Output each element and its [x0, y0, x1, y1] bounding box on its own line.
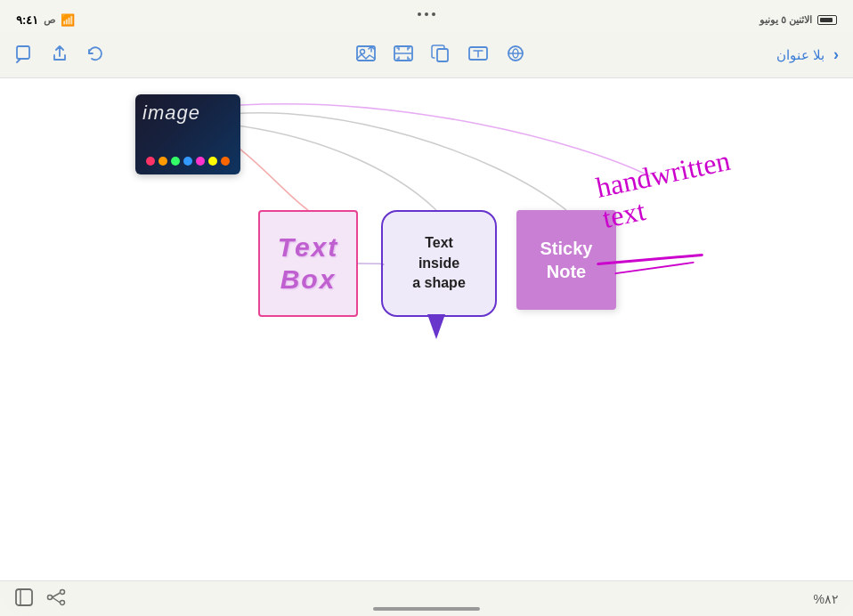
canvas: image Text Box Text inside a shape — [0, 78, 853, 580]
status-dots — [418, 12, 435, 16]
chevron-icon[interactable]: › — [833, 45, 839, 64]
bottom-left — [14, 588, 66, 611]
toolbar: بلا عنوان › — [0, 32, 853, 78]
handwritten-text: handwritten text — [593, 145, 739, 235]
image-text-label: image — [142, 101, 200, 125]
text-box-element[interactable]: Text Box — [258, 210, 358, 317]
history-button[interactable] — [85, 44, 105, 66]
status-left: ٩:٤١ ص 📶 — [16, 13, 75, 27]
svg-point-2 — [360, 49, 364, 53]
bead-3 — [171, 157, 180, 166]
speech-bubble-element[interactable]: Text inside a shape — [381, 210, 497, 339]
diagram-button[interactable] — [46, 588, 66, 611]
toolbar-left — [14, 44, 105, 66]
image-placeholder: image — [135, 94, 240, 174]
sticky-note-element[interactable]: Sticky Note — [516, 210, 616, 310]
insert-photo-button[interactable] — [355, 44, 377, 67]
dot2 — [425, 12, 428, 16]
wifi-icon: 📶 — [61, 13, 75, 27]
bead-4 — [183, 157, 192, 166]
scan-button[interactable] — [393, 44, 414, 67]
bead-6 — [208, 157, 217, 166]
bead-1 — [146, 157, 155, 166]
home-indicator — [373, 607, 480, 611]
svg-point-10 — [61, 600, 65, 604]
beads-decoration — [135, 157, 240, 166]
status-bar: ٩:٤١ ص 📶 الاثنين ٥ يونيو — [0, 0, 853, 32]
textbox-button[interactable] — [467, 44, 489, 67]
pen-button[interactable] — [505, 44, 526, 67]
bubble-text: Text inside a shape — [412, 233, 466, 293]
share-button[interactable] — [50, 44, 69, 66]
bead-5 — [196, 157, 205, 166]
copy-button[interactable] — [430, 44, 451, 67]
dot3 — [432, 12, 435, 16]
svg-point-9 — [61, 589, 65, 594]
status-ampm: ص — [44, 14, 55, 26]
dot1 — [418, 12, 421, 16]
zoom-label[interactable]: %٨٢ — [814, 592, 839, 606]
bubble-body: Text inside a shape — [381, 210, 497, 317]
no-title-label: بلا عنوان — [776, 47, 825, 63]
battery-icon — [817, 15, 837, 25]
image-element[interactable]: image — [135, 94, 240, 174]
text-box-label: Text Box — [278, 231, 339, 296]
bottom-bar: %٨٢ — [0, 580, 853, 616]
bubble-tail-inner — [429, 315, 443, 336]
status-time: ٩:٤١ — [16, 13, 38, 27]
status-right: الاثنين ٥ يونيو — [760, 14, 837, 26]
svg-rect-0 — [17, 46, 29, 59]
toolbar-right: بلا عنوان › — [776, 45, 839, 64]
svg-point-8 — [48, 595, 53, 599]
bead-2 — [158, 157, 167, 166]
sidebar-toggle-button[interactable] — [14, 588, 34, 611]
svg-rect-4 — [437, 49, 448, 61]
handwritten-underline2 — [614, 262, 694, 275]
status-date: الاثنين ٥ يونيو — [760, 14, 812, 26]
toolbar-center — [355, 44, 526, 67]
svg-rect-7 — [16, 589, 32, 605]
sticky-note-text: Sticky Note — [540, 237, 593, 283]
bead-7 — [221, 157, 230, 166]
edit-button[interactable] — [14, 44, 34, 66]
